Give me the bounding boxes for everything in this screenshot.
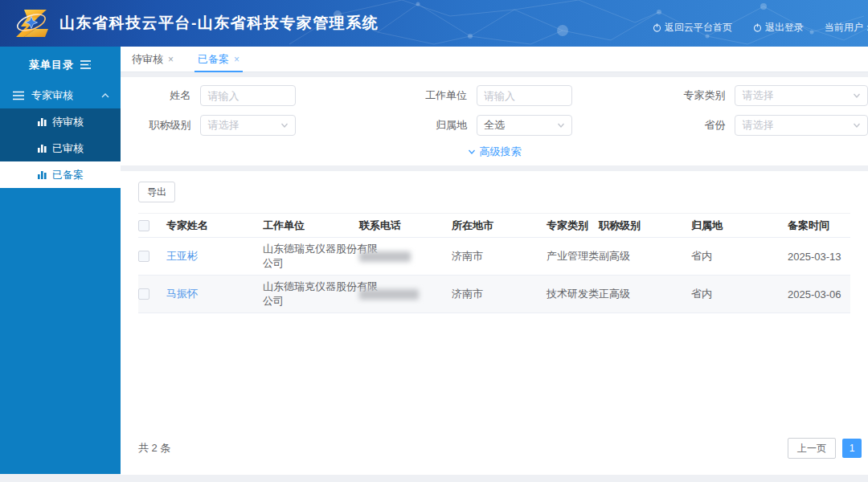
current-user-label: 当前用户：山东 [825,21,868,35]
power-icon [753,23,762,32]
tab-filed[interactable]: 已备案 × [194,47,243,71]
close-icon[interactable]: × [234,54,240,65]
select-all-checkbox[interactable] [138,220,149,231]
app-header: 山东省科技云平台-山东省科技专家管理系统 返回云平台首页 退出登录 当前用户：山… [0,0,868,47]
name-input-control[interactable] [207,90,289,102]
title-level-cell: 正高级 [599,276,691,313]
advanced-search-label: 高级搜索 [480,145,522,159]
app-title: 山东省科技云平台-山东省科技专家管理系统 [59,13,379,34]
chevron-down-icon [280,121,289,129]
chevron-down-icon [853,92,861,100]
table-header-row: 专家姓名 工作单位 联系电话 所在地市 专家类别 职称级别 归属地 备案时间 [138,214,850,238]
sidebar-item-filed[interactable]: 已备案 [0,161,121,188]
select-placeholder: 请选择 [207,118,239,133]
expert-name-link[interactable]: 马振怀 [166,288,198,300]
column-header-phone: 联系电话 [359,214,452,238]
sidebar: 菜单目录 专家审核 待审核 [0,47,121,474]
phone-redacted-cell [359,289,419,300]
page-number-button[interactable]: 1 [842,439,862,458]
row-checkbox[interactable] [138,251,149,262]
region-select[interactable]: 全选 [477,115,572,136]
column-header-region: 归属地 [691,214,788,238]
column-header-city: 所在地市 [452,214,547,238]
menu-directory-label: 菜单目录 [29,58,74,72]
column-header-work-unit: 工作单位 [263,214,359,238]
work-unit-input-control[interactable] [484,90,565,102]
sidebar-submenu: 待审核 已审核 已备案 [0,108,121,188]
category-cell: 技术研发类 [547,276,599,313]
export-button[interactable]: 导出 [138,182,175,202]
region-cell: 省内 [691,238,788,276]
title-level-field-label: 职称级别 [121,115,200,136]
bar-chart-icon [38,144,47,153]
tab-label: 待审核 [132,52,163,67]
sidebar-item-label: 已备案 [52,168,84,182]
column-header-expert-name: 专家姓名 [166,214,263,238]
title-level-select[interactable]: 请选择 [200,115,296,136]
experts-table: 专家姓名 工作单位 联系电话 所在地市 专家类别 职称级别 归属地 备案时间 王… [138,213,850,313]
return-platform-home-label: 返回云平台首页 [665,21,732,35]
province-field-label: 省份 [572,115,735,136]
list-icon [13,91,24,100]
chevron-down-icon [853,121,861,129]
bar-chart-icon [38,170,47,179]
work-unit-field-label: 工作单位 [296,85,477,106]
power-icon [653,23,661,32]
menu-fold-icon [80,59,92,70]
tab-bar: 待审核 × 已备案 × [121,47,868,72]
name-input[interactable] [200,85,296,106]
total-count-label: 共 2 条 [138,441,170,455]
search-panel: 姓名 工作单位 专家类别 请选择 职称级别 请选择 [121,77,868,165]
advanced-search-link[interactable]: 高级搜索 [121,145,868,159]
filing-date-cell: 2025-03-06 [788,276,850,313]
select-value: 全选 [484,118,505,133]
work-unit-input[interactable] [477,85,572,106]
main-content: 待审核 × 已备案 × 姓名 工作单位 专家类别 请选择 [121,47,868,482]
sidebar-item-reviewed[interactable]: 已审核 [0,135,121,161]
column-header-category: 专家类别 [547,214,599,238]
title-level-cell: 副高级 [599,238,691,276]
phone-redacted-cell [359,251,411,262]
logout-label: 退出登录 [765,21,804,35]
expert-name-link[interactable]: 王亚彬 [166,250,198,262]
return-platform-home-link[interactable]: 返回云平台首页 [653,21,732,35]
city-cell: 济南市 [452,276,547,313]
column-header-filing-date: 备案时间 [788,214,850,238]
previous-page-button[interactable]: 上一页 [788,438,836,459]
bar-chart-icon [38,117,47,126]
logout-link[interactable]: 退出登录 [753,21,804,35]
province-select[interactable]: 请选择 [735,115,868,136]
select-placeholder: 请选择 [742,88,773,103]
sidebar-group-label: 专家审核 [31,88,101,103]
region-cell: 省内 [691,276,788,313]
platform-logo [13,7,50,39]
expert-category-select[interactable]: 请选择 [735,85,868,106]
sidebar-item-pending-review[interactable]: 待审核 [0,108,121,135]
city-cell: 济南市 [452,238,547,276]
results-card: 导出 专家姓名 工作单位 联系电话 所在地市 专家类别 职称级别 [121,171,868,475]
chevron-up-icon [101,93,109,98]
row-checkbox[interactable] [138,288,149,300]
tab-label: 已备案 [198,52,229,67]
sidebar-group-expert-review[interactable]: 专家审核 [0,83,121,108]
table-row: 马振怀 山东德瑞克仪器股份有限公司 济南市 技术研发类 正高级 省内 2025-… [138,276,850,313]
tab-pending-review[interactable]: 待审核 × [129,47,177,71]
sidebar-item-label: 已审核 [52,141,84,156]
filing-date-cell: 2025-03-13 [788,238,850,276]
sidebar-item-label: 待审核 [52,115,84,129]
table-row: 王亚彬 山东德瑞克仪器股份有限公司 济南市 产业管理类 副高级 省内 2025-… [138,238,850,276]
chevron-down-icon [557,121,565,129]
chevron-down-icon [468,148,476,156]
category-cell: 产业管理类 [547,238,599,276]
column-header-title-level: 职称级别 [599,214,691,238]
region-field-label: 归属地 [296,115,477,136]
expert-category-field-label: 专家类别 [572,85,735,106]
name-field-label: 姓名 [121,85,200,106]
close-icon[interactable]: × [168,54,174,65]
pagination-bar: 共 2 条 上一页 1 [121,438,868,459]
select-placeholder: 请选择 [742,118,773,133]
menu-directory-header[interactable]: 菜单目录 [0,47,121,83]
